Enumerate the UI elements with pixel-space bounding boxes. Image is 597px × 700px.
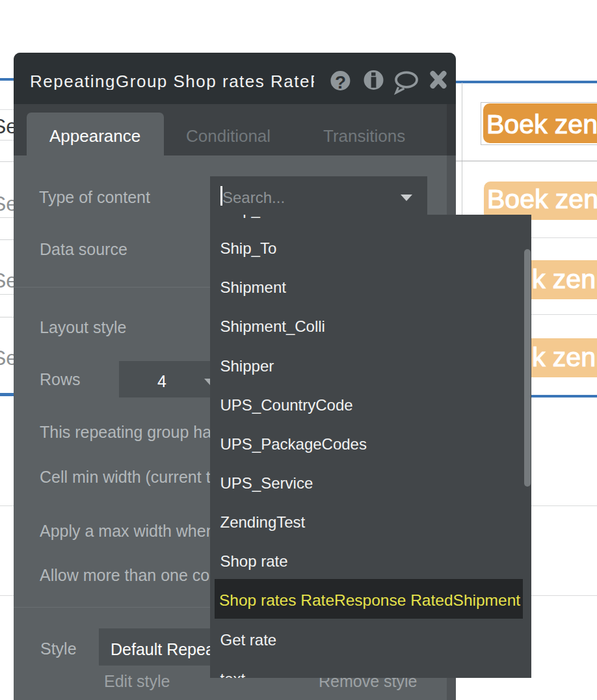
svg-text:?: ? bbox=[335, 72, 346, 92]
